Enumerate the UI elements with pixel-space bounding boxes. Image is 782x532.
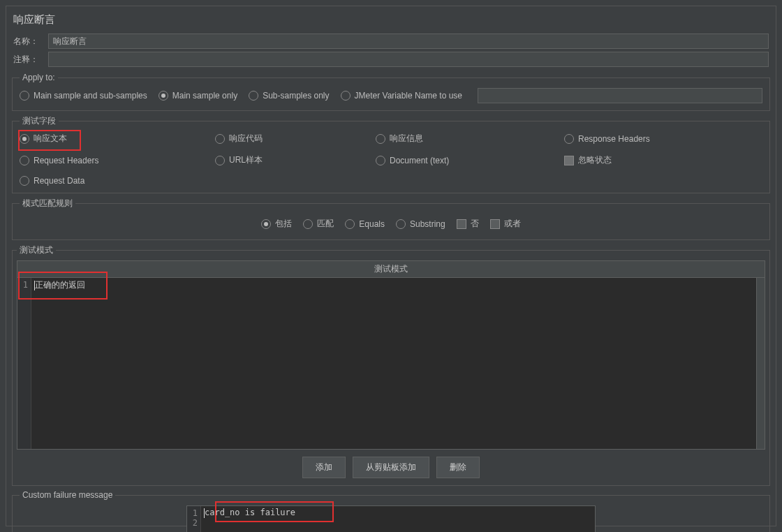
- radio-jmeter-var[interactable]: JMeter Variable Name to use: [341, 91, 463, 101]
- radio-icon: [158, 91, 168, 101]
- test-fields-legend: 测试字段: [20, 115, 59, 127]
- radio-icon: [341, 91, 351, 101]
- checkbox-ignore-status[interactable]: 忽略状态: [564, 154, 762, 166]
- custom-failure-fieldset: Custom failure message 12 card_no is fai…: [12, 490, 770, 532]
- test-fields-fieldset: 测试字段 响应文本 响应代码 响应信息 Response Headers Req…: [12, 115, 770, 193]
- radio-response-message[interactable]: 响应信息: [376, 133, 564, 145]
- checkbox-or[interactable]: 或者: [490, 218, 521, 230]
- radio-icon: [303, 219, 313, 229]
- name-row: 名称：: [9, 32, 773, 50]
- line-gutter: 1: [17, 278, 31, 449]
- radio-main-sub[interactable]: Main sample and sub-samples: [20, 91, 147, 101]
- radio-response-code[interactable]: 响应代码: [215, 133, 376, 145]
- radio-request-data[interactable]: Request Data: [20, 176, 215, 186]
- panel-title: 响应断言: [9, 6, 773, 32]
- comment-label: 注释：: [13, 54, 44, 66]
- highlight-box-icon: [18, 130, 81, 151]
- radio-icon: [376, 134, 385, 144]
- radio-icon: [261, 219, 271, 229]
- test-pattern-fieldset: 测试模式 测试模式 1 正确的的返回 添加 从剪贴板添加 删除: [12, 244, 770, 486]
- pattern-line-1[interactable]: 正确的的返回: [31, 278, 756, 449]
- radio-icon: [564, 134, 574, 144]
- radio-document-text[interactable]: Document (text): [376, 154, 564, 166]
- checkbox-icon: [490, 219, 500, 229]
- radio-icon: [249, 91, 258, 101]
- radio-contains[interactable]: 包括: [261, 218, 292, 230]
- failure-message-text[interactable]: card_no is failure: [201, 506, 595, 532]
- radio-main-only[interactable]: Main sample only: [158, 91, 237, 101]
- custom-failure-legend: Custom failure message: [20, 490, 115, 500]
- radio-icon: [20, 91, 29, 101]
- radio-equals[interactable]: Equals: [345, 218, 385, 230]
- highlight-box-icon: [18, 272, 108, 300]
- add-from-clipboard-button[interactable]: 从剪贴板添加: [353, 457, 429, 478]
- radio-icon: [20, 156, 29, 165]
- test-pattern-legend: 测试模式: [17, 244, 56, 256]
- comment-row: 注释：: [9, 50, 773, 68]
- add-button[interactable]: 添加: [302, 457, 346, 478]
- pattern-editor[interactable]: 1 正确的的返回: [17, 278, 765, 450]
- radio-icon: [20, 176, 29, 186]
- radio-icon: [396, 219, 406, 229]
- scrollbar-vertical[interactable]: [756, 278, 765, 449]
- radio-url-sample[interactable]: URL样本: [215, 154, 376, 166]
- name-input[interactable]: [48, 34, 769, 49]
- radio-sub-only[interactable]: Sub-samples only: [249, 91, 329, 101]
- response-assertion-panel: 响应断言 名称： 注释： Apply to: Main sample and s…: [6, 6, 776, 526]
- radio-icon: [345, 219, 355, 229]
- failure-message-editor[interactable]: 12 card_no is failure: [186, 505, 596, 532]
- checkbox-icon: [457, 219, 466, 229]
- jmeter-var-input[interactable]: [478, 88, 762, 103]
- radio-response-headers[interactable]: Response Headers: [564, 133, 762, 145]
- comment-input[interactable]: [48, 52, 769, 67]
- line-gutter: 12: [187, 506, 201, 532]
- pattern-table-header: 测试模式: [17, 260, 765, 278]
- radio-match[interactable]: 匹配: [303, 218, 334, 230]
- radio-icon: [215, 156, 225, 165]
- name-label: 名称：: [13, 36, 44, 47]
- radio-substring[interactable]: Substring: [396, 218, 445, 230]
- pattern-rules-fieldset: 模式匹配规则 包括 匹配 Equals Substring 否: [12, 198, 770, 240]
- radio-icon: [376, 156, 385, 165]
- apply-to-legend: Apply to:: [20, 73, 58, 82]
- radio-icon: [215, 134, 225, 144]
- checkbox-icon: [564, 156, 574, 165]
- checkbox-not[interactable]: 否: [457, 218, 479, 230]
- pattern-rules-legend: 模式匹配规则: [20, 198, 75, 209]
- radio-request-headers[interactable]: Request Headers: [20, 154, 215, 166]
- delete-button[interactable]: 删除: [436, 457, 480, 478]
- apply-to-fieldset: Apply to: Main sample and sub-samples Ma…: [12, 73, 770, 111]
